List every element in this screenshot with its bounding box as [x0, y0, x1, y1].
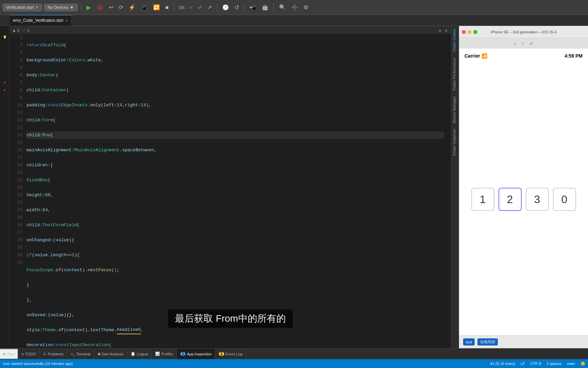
- file-selector-button[interactable]: Verification.dart ▼: [3, 4, 42, 11]
- vbox-3-value: 3: [534, 193, 540, 206]
- ok-indicator[interactable]: ✓ 1: [23, 28, 29, 32]
- run-button[interactable]: ▶: [85, 2, 93, 13]
- line-endings: LF: [521, 362, 525, 366]
- vbox-1[interactable]: 1: [471, 188, 494, 211]
- flutter-inspector-label[interactable]: Flutter Inspector: [452, 126, 459, 158]
- dart-analysis-tab[interactable]: ◆ Dart Analysis: [94, 349, 127, 359]
- bottom-toolbar: ▶ Run ≡ TODO ⚠ Problems >_ Terminal ◆ Da…: [0, 348, 588, 359]
- git-checkmark-button[interactable]: ✔: [196, 3, 204, 12]
- git-push-button[interactable]: ↗: [206, 3, 213, 12]
- vbox-4[interactable]: 0: [553, 188, 576, 211]
- code-area[interactable]: 1 2 3 4 5 6 7 8 9 10 11 12 13 14 15 16 1: [10, 34, 451, 348]
- status-bar: mon started successfully (16 minutes ago…: [0, 359, 588, 368]
- vbox-2[interactable]: 2: [499, 188, 522, 211]
- phone-content: 1 2 3 0: [459, 63, 588, 335]
- phone-sim-folders: test 在线培训: [459, 335, 588, 348]
- code-line-6: child: Form(: [27, 117, 444, 124]
- stop-button[interactable]: ■: [164, 3, 170, 12]
- tab-close-button[interactable]: ✕: [65, 19, 68, 22]
- code-line-18: },: [27, 296, 444, 304]
- phone-button[interactable]: 📲: [248, 3, 258, 12]
- settings-button[interactable]: ⚙: [302, 3, 310, 12]
- warnings-indicator[interactable]: ▲ 2: [12, 28, 19, 32]
- gutter-icon-7: [1, 71, 8, 78]
- search-button[interactable]: 🔍: [277, 3, 288, 12]
- code-line-11: height: 68,: [27, 191, 444, 199]
- error-bar: ▲ 2 ✓ 1 ∧ ∨: [10, 26, 451, 34]
- code-line-15: if (value.length == 1) {: [27, 251, 444, 259]
- app-inspection-label: App Inspection: [187, 352, 212, 356]
- app-inspection-tab[interactable]: 1 App Inspection: [177, 349, 215, 359]
- devices-selector-button[interactable]: No Devices ▼: [44, 4, 78, 11]
- app-inspection-badge: 1: [180, 352, 186, 356]
- sim-home-icon[interactable]: ⌂: [513, 41, 516, 46]
- attach-button[interactable]: 🐞: [95, 3, 105, 12]
- sync-button[interactable]: 🔁: [151, 3, 162, 12]
- emoji-status: 😊: [581, 362, 585, 366]
- git-label: Git:: [179, 5, 185, 10]
- event-log-tab[interactable]: 2 Event Log: [215, 349, 246, 359]
- todo-label: TODO: [25, 352, 36, 356]
- code-editor[interactable]: ▲ 2 ✓ 1 ∧ ∨ 1 2 3 4 5 6 7: [10, 26, 451, 348]
- terminal-tab[interactable]: >_ Terminal: [67, 349, 94, 359]
- gutter-icon-5: [1, 56, 8, 63]
- flash-button[interactable]: ⚡: [127, 3, 137, 12]
- profiler-label: Profiler: [161, 352, 173, 356]
- vbox-3[interactable]: 3: [526, 188, 549, 211]
- nav-down-arrow[interactable]: ∨: [444, 28, 448, 33]
- code-line-2: backgroundColor: Colors.white,: [27, 57, 444, 64]
- code-line-12: width: 64,: [27, 206, 444, 214]
- gutter-warning-1: 💡: [1, 33, 8, 41]
- sim-fullscreen-icon[interactable]: ⤢: [529, 41, 534, 46]
- todo-tab[interactable]: ≡ TODO: [18, 349, 39, 359]
- run-icon: ▶: [3, 352, 6, 356]
- traffic-lights: [462, 30, 477, 34]
- file-chevron-icon: ▼: [35, 5, 39, 9]
- fullscreen-traffic-dot[interactable]: [473, 30, 477, 34]
- terminal-label: Terminal: [76, 352, 91, 356]
- code-content[interactable]: return Scaffold( backgroundColor: Colors…: [27, 34, 451, 348]
- device-button[interactable]: 📱: [139, 3, 149, 12]
- warning-count: 2: [17, 28, 19, 32]
- code-line-1: return Scaffold(: [27, 42, 444, 49]
- restart-button[interactable]: ⟳: [117, 3, 125, 12]
- charset-label: UTF-8: [530, 362, 541, 366]
- folder-test[interactable]: test: [463, 338, 475, 346]
- logcat-label: Logcat: [137, 352, 148, 356]
- todo-icon: ≡: [21, 352, 23, 356]
- tab-verification-dart[interactable]: emo_Code_Verification.dart ✕: [10, 15, 72, 26]
- android-button[interactable]: 🤖: [260, 3, 270, 12]
- wifi-icon: 📶: [481, 53, 487, 59]
- reload-button[interactable]: ↩: [107, 3, 115, 12]
- minimize-traffic-dot[interactable]: [468, 30, 472, 34]
- device-manager-label[interactable]: Device Manager: [452, 93, 459, 126]
- close-traffic-dot[interactable]: [462, 30, 466, 34]
- code-line-8: mainAxisAlignment: MainAxisAlignment.spa…: [27, 147, 444, 154]
- add-plugin-button[interactable]: ➕: [290, 3, 300, 12]
- sim-share-icon[interactable]: ↑: [522, 41, 524, 46]
- nav-up-arrow[interactable]: ∧: [438, 28, 442, 33]
- gutter-icon-4: [1, 48, 8, 56]
- history-button[interactable]: 🕐: [220, 3, 231, 12]
- logcat-tab[interactable]: 📋 Logcat: [127, 349, 152, 359]
- toolbar-separator-5: [274, 3, 274, 12]
- phone-title: iPhone SE – 2nd generation – iOS 15.4: [491, 30, 556, 34]
- code-line-7: child: Row(: [27, 132, 444, 139]
- vbox-2-value: 2: [507, 193, 513, 206]
- main-content-area: 💡 ● ● ▲ 2 ✓ 1 ∧ ∨ 1: [0, 26, 588, 348]
- toolbar-separator-1: [81, 3, 81, 12]
- devices-chevron-icon: ▼: [70, 5, 74, 10]
- problems-tab[interactable]: ⚠ Problems: [39, 349, 67, 359]
- git-check-button[interactable]: ✓: [187, 3, 195, 12]
- phone-time: 4:59 PM: [565, 53, 583, 59]
- folder-training[interactable]: 在线培训: [477, 338, 498, 346]
- flutter-outline-label[interactable]: Flutter Outline: [452, 26, 459, 55]
- dart-icon: ◆: [98, 352, 100, 356]
- profiler-tab[interactable]: 📊 Profiler: [152, 349, 177, 359]
- code-line-16: FocusScope.of(context).nextFocus();: [27, 266, 444, 274]
- verification-boxes: 1 2 3 0: [471, 188, 576, 211]
- code-line-5: padding: const EdgeInsets.only(left: 14,…: [27, 102, 444, 109]
- run-panel-button[interactable]: ▶ Run: [0, 349, 18, 359]
- flutter-performance-label[interactable]: Flutter Performance: [452, 55, 459, 93]
- back-button[interactable]: ↺: [233, 3, 241, 12]
